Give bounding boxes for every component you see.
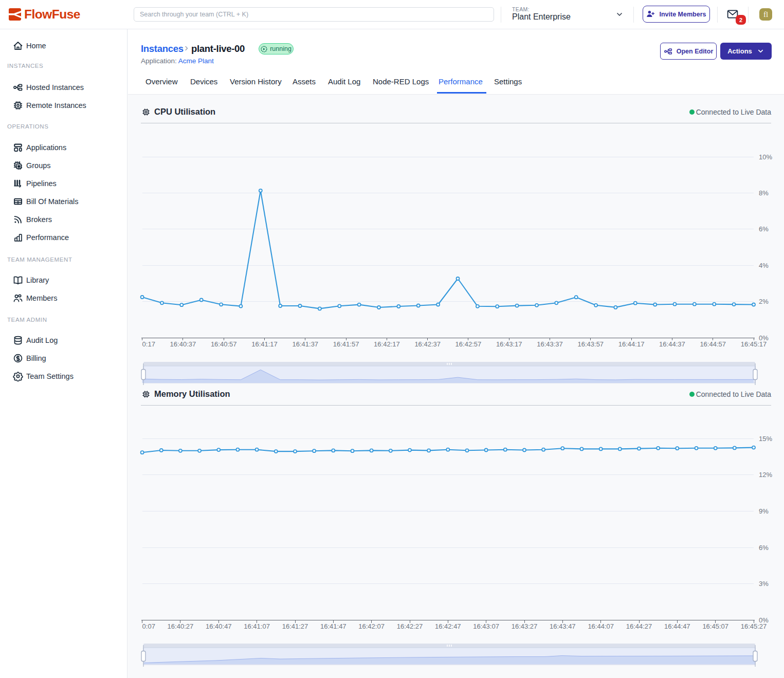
svg-text:16:41:37: 16:41:37 bbox=[292, 340, 318, 348]
svg-text:16:44:07: 16:44:07 bbox=[588, 622, 614, 630]
svg-text:0:17: 0:17 bbox=[142, 340, 155, 348]
svg-text:16:42:57: 16:42:57 bbox=[455, 340, 482, 348]
svg-text:16:44:47: 16:44:47 bbox=[664, 622, 690, 630]
svg-text:16:43:57: 16:43:57 bbox=[577, 340, 604, 348]
svg-text:16:44:57: 16:44:57 bbox=[700, 340, 726, 348]
svg-text:0:07: 0:07 bbox=[142, 622, 155, 630]
svg-text:6%: 6% bbox=[759, 544, 769, 552]
svg-text:16:40:47: 16:40:47 bbox=[206, 622, 232, 630]
svg-text:16:42:17: 16:42:17 bbox=[374, 340, 400, 348]
svg-text:16:45:27: 16:45:27 bbox=[741, 622, 767, 630]
svg-text:16:42:27: 16:42:27 bbox=[397, 622, 423, 630]
svg-text:16:43:27: 16:43:27 bbox=[512, 622, 538, 630]
svg-text:16:43:17: 16:43:17 bbox=[496, 340, 522, 348]
svg-text:16:45:17: 16:45:17 bbox=[741, 340, 767, 348]
svg-text:16:43:37: 16:43:37 bbox=[537, 340, 563, 348]
svg-text:16:41:57: 16:41:57 bbox=[333, 340, 359, 348]
svg-text:16:43:07: 16:43:07 bbox=[473, 622, 499, 630]
svg-text:12%: 12% bbox=[759, 471, 772, 479]
svg-text:10%: 10% bbox=[759, 153, 772, 161]
svg-text:16:41:27: 16:41:27 bbox=[282, 622, 308, 630]
svg-text:16:41:47: 16:41:47 bbox=[320, 622, 347, 630]
svg-text:9%: 9% bbox=[759, 507, 769, 515]
svg-text:16:41:07: 16:41:07 bbox=[244, 622, 270, 630]
svg-text:16:41:17: 16:41:17 bbox=[251, 340, 278, 348]
svg-text:6%: 6% bbox=[759, 225, 769, 233]
svg-text:8%: 8% bbox=[759, 189, 769, 197]
svg-text:16:42:37: 16:42:37 bbox=[414, 340, 441, 348]
svg-text:3%: 3% bbox=[759, 580, 769, 588]
svg-text:16:43:47: 16:43:47 bbox=[550, 622, 576, 630]
svg-text:16:42:47: 16:42:47 bbox=[435, 622, 461, 630]
svg-text:16:40:27: 16:40:27 bbox=[168, 622, 194, 630]
svg-text:16:44:27: 16:44:27 bbox=[626, 622, 652, 630]
svg-text:16:44:37: 16:44:37 bbox=[659, 340, 685, 348]
svg-text:15%: 15% bbox=[759, 435, 772, 443]
svg-text:16:44:17: 16:44:17 bbox=[618, 340, 645, 348]
svg-text:16:45:07: 16:45:07 bbox=[702, 622, 728, 630]
svg-text:16:40:57: 16:40:57 bbox=[211, 340, 237, 348]
svg-text:4%: 4% bbox=[759, 262, 769, 269]
svg-text:2%: 2% bbox=[759, 298, 769, 305]
svg-text:16:42:07: 16:42:07 bbox=[358, 622, 385, 630]
svg-text:16:40:37: 16:40:37 bbox=[170, 340, 196, 348]
